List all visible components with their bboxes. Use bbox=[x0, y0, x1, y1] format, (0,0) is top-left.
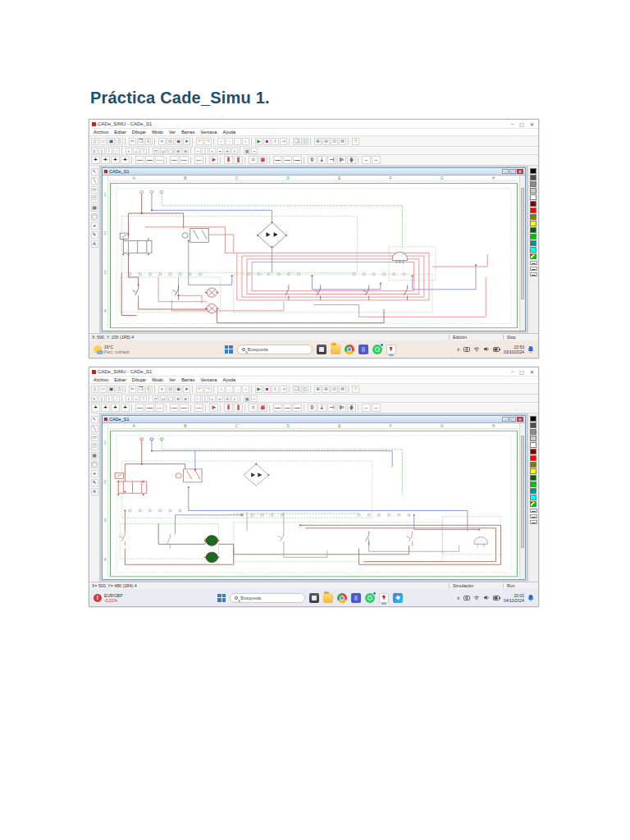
polygon-tool-icon[interactable]: ⬠ bbox=[91, 443, 98, 450]
palette-color-swatch[interactable] bbox=[530, 227, 536, 233]
wire-corner-icon[interactable]: ┐ bbox=[209, 395, 216, 402]
palette-color-swatch[interactable] bbox=[530, 214, 536, 220]
window-tile-icon[interactable]: ◫ bbox=[301, 138, 308, 145]
child-maximize-button[interactable]: ▢ bbox=[509, 417, 516, 422]
node-double-icon[interactable]: ⊫ bbox=[337, 156, 346, 164]
child-minimize-button[interactable]: – bbox=[502, 169, 509, 174]
palette-color-swatch[interactable] bbox=[530, 201, 536, 207]
disconnector-icon[interactable]: ⟋ bbox=[113, 148, 120, 154]
paste-icon[interactable]: ⎗ bbox=[145, 386, 153, 393]
camera-icon[interactable] bbox=[463, 346, 470, 352]
junction-3-icon[interactable]: + bbox=[111, 156, 120, 164]
menu-item-modo[interactable]: Modo bbox=[152, 130, 163, 135]
vertical-scrollbar[interactable] bbox=[519, 176, 525, 331]
image-tool-icon[interactable]: ▦ bbox=[91, 204, 98, 212]
whatsapp-icon[interactable] bbox=[365, 593, 375, 603]
help-icon[interactable]: ? bbox=[352, 386, 359, 393]
weather-widget[interactable]: 16°C Parc. nublado bbox=[94, 345, 164, 354]
open-icon[interactable]: ▱ bbox=[99, 138, 107, 145]
junction-1-icon[interactable]: + bbox=[91, 404, 100, 412]
line-tool-icon[interactable]: ╲ bbox=[91, 177, 98, 185]
palette-color-swatch[interactable] bbox=[530, 455, 536, 461]
step-forward-icon[interactable]: › bbox=[234, 138, 241, 145]
disconnector-icon[interactable]: ⟋ bbox=[113, 395, 120, 402]
pointer-icon[interactable]: ➤ bbox=[183, 138, 190, 145]
cut-icon[interactable]: ✂ bbox=[129, 386, 136, 393]
block-icon[interactable]: ▦ bbox=[244, 148, 250, 154]
menu-item-ventana[interactable]: Ventana bbox=[200, 130, 217, 135]
line-style-dashed[interactable] bbox=[530, 267, 537, 271]
palette-color-swatch[interactable] bbox=[530, 247, 536, 253]
line-red-b-icon[interactable]: — bbox=[283, 404, 292, 412]
help-icon[interactable]: ? bbox=[352, 138, 359, 145]
junction-1-icon[interactable]: + bbox=[91, 156, 100, 164]
lines-pack-icon[interactable]: ≡ bbox=[249, 404, 258, 412]
teams-icon[interactable] bbox=[351, 593, 361, 603]
line-style-solid[interactable] bbox=[530, 261, 537, 265]
taskbar-clock[interactable]: 20:02 04/10/2024 bbox=[504, 593, 524, 603]
zoom-out-icon[interactable]: ⊖ bbox=[322, 138, 330, 145]
copy-icon[interactable]: ❐ bbox=[137, 138, 144, 145]
zoom-page-icon[interactable]: ⊛ bbox=[339, 386, 346, 393]
fill-tool-icon[interactable]: ◕ bbox=[91, 470, 98, 477]
rect-tool-icon[interactable]: ▭ bbox=[91, 186, 98, 194]
node-double-icon[interactable]: ⊫ bbox=[337, 404, 346, 412]
junction-2-icon[interactable]: + bbox=[101, 156, 110, 164]
minimize-button[interactable]: – bbox=[511, 369, 514, 375]
child-title-bar[interactable]: CADe_S1 – ▢ ✕ bbox=[103, 416, 525, 423]
palette-color-swatch[interactable] bbox=[530, 449, 536, 454]
menu-item-barras[interactable]: Barras bbox=[181, 130, 194, 135]
wire-green-icon[interactable]: — bbox=[155, 156, 164, 164]
wire-cross-icon[interactable]: ┼ bbox=[224, 395, 231, 402]
print-icon[interactable]: ⎙ bbox=[116, 138, 123, 145]
wire-brown-icon[interactable]: — bbox=[180, 156, 189, 164]
go-last-icon[interactable]: » bbox=[242, 386, 249, 393]
zoom-out-icon[interactable]: ⊖ bbox=[322, 386, 330, 393]
wire-vertical-icon[interactable]: │ bbox=[202, 148, 208, 154]
step-forward-icon[interactable]: › bbox=[234, 386, 241, 393]
palette-color-swatch[interactable] bbox=[530, 422, 536, 428]
schematic-canvas-simulation[interactable] bbox=[108, 429, 519, 579]
print-icon[interactable]: ⎙ bbox=[116, 386, 123, 393]
close-button[interactable]: ✕ bbox=[530, 369, 534, 375]
palette-color-swatch[interactable] bbox=[530, 488, 536, 494]
windows-start-button[interactable] bbox=[217, 594, 226, 602]
photos-icon[interactable] bbox=[393, 593, 403, 603]
wire-cross-icon[interactable]: ┼ bbox=[224, 148, 231, 154]
palette-color-swatch[interactable] bbox=[530, 188, 536, 194]
polygon-tool-icon[interactable]: ⬠ bbox=[91, 195, 98, 203]
go-first-icon[interactable]: « bbox=[217, 138, 225, 145]
maximize-button[interactable]: ▢ bbox=[519, 121, 524, 127]
menu-item-ayuda[interactable]: Ayuda bbox=[223, 130, 236, 135]
simulate-pause-icon[interactable]: ‖ bbox=[272, 138, 279, 145]
redo-icon[interactable]: ↷ bbox=[204, 386, 212, 393]
find-wire-icon[interactable]: ◉ bbox=[175, 138, 182, 145]
zoom-in-icon[interactable]: ⊕ bbox=[314, 386, 322, 393]
pushbutton-icon[interactable]: ⊤ bbox=[140, 148, 147, 154]
palette-color-swatch[interactable] bbox=[530, 194, 536, 200]
select-tool-icon[interactable]: ↖ bbox=[91, 416, 98, 423]
menu-item-modo[interactable]: Modo bbox=[152, 377, 163, 382]
step-back-icon[interactable]: ‹ bbox=[226, 138, 233, 145]
terminal-icon[interactable]: ⊚ bbox=[182, 395, 189, 402]
notification-bell-icon[interactable] bbox=[527, 594, 534, 601]
zero-marker-icon[interactable]: 0 bbox=[308, 156, 317, 164]
select-tool-icon[interactable]: ↖ bbox=[91, 168, 98, 176]
text-tool-icon[interactable]: A bbox=[91, 240, 98, 248]
breaker-icon[interactable]: ⌇ bbox=[106, 148, 112, 154]
menu-item-editar[interactable]: Editar bbox=[114, 130, 126, 135]
cable-icon[interactable]: ⌁ bbox=[251, 395, 258, 402]
find-component-icon[interactable]: ◎ bbox=[167, 386, 174, 393]
whatsapp-icon[interactable] bbox=[372, 345, 382, 354]
vertical-scrollbar[interactable] bbox=[519, 423, 525, 579]
new-icon[interactable]: ▯ bbox=[91, 138, 98, 145]
palette-color-swatch[interactable] bbox=[530, 482, 536, 487]
dash-long-icon[interactable]: – bbox=[372, 404, 381, 412]
palette-color-swatch[interactable] bbox=[530, 442, 536, 448]
find-wire-icon[interactable]: ◉ bbox=[175, 386, 182, 393]
junction-3-icon[interactable]: + bbox=[111, 404, 120, 412]
scrollbar-thumb[interactable] bbox=[521, 436, 524, 548]
wire-maroon-icon[interactable]: — bbox=[170, 156, 179, 164]
line-tool-icon[interactable]: ╲ bbox=[91, 425, 98, 432]
contact-no-icon[interactable]: ⊦ bbox=[126, 395, 132, 402]
